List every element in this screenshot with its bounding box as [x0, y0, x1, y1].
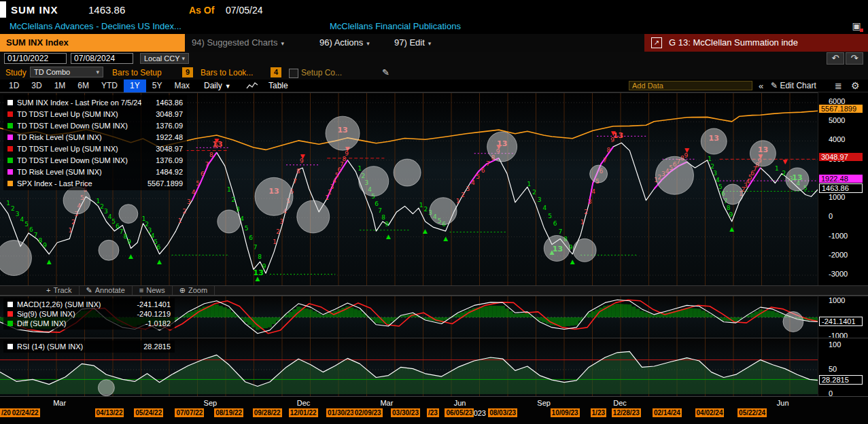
study-controls: Study TD Combo▾ Bars to Setup 9 Bars to … — [0, 66, 868, 80]
legend-item[interactable]: TD TDST Level Up (SUM INX)3048.97 — [7, 143, 183, 154]
chevron-down-icon: ▾ — [96, 67, 99, 77]
legend-item[interactable]: MACD(12,26) (SUM INX)-241.1401 — [7, 300, 171, 309]
legend-swatch — [7, 169, 13, 175]
toolbar-track-button[interactable]: +Track — [39, 286, 80, 295]
screen-grab-icon[interactable]: ▣ — [850, 20, 863, 31]
svg-text:5: 5 — [245, 225, 249, 232]
svg-text:7: 7 — [205, 161, 209, 168]
svg-text:▲: ▲ — [157, 258, 162, 265]
date-to-field[interactable] — [71, 53, 133, 64]
svg-text:6: 6 — [157, 244, 161, 251]
undo-button[interactable]: ↶ — [827, 52, 844, 65]
svg-text:8: 8 — [296, 168, 300, 175]
svg-text:1: 1 — [6, 200, 10, 207]
tab-3d[interactable]: 3D — [25, 80, 48, 92]
tab-6m[interactable]: 6M — [71, 80, 95, 92]
frequency-select[interactable]: Daily▼ — [204, 80, 231, 93]
svg-text:1: 1 — [527, 181, 531, 188]
macd-y-axis: 1000-1000-241.1401 — [818, 296, 868, 338]
x-axis-date-chip: /23 — [427, 408, 439, 417]
svg-text:8: 8 — [727, 205, 731, 211]
svg-text:2: 2 — [276, 228, 280, 235]
legend-swatch — [7, 111, 13, 117]
legend-item[interactable]: Sig(9) (SUM INX)-240.1219 — [7, 309, 171, 319]
menu-edit[interactable]: 97) Edit▾ — [394, 34, 431, 52]
bars-to-setup-field[interactable]: 9 — [182, 67, 193, 77]
last-value-chip: 28.2815 — [819, 375, 863, 385]
svg-text:2: 2 — [182, 208, 186, 215]
svg-text:2: 2 — [782, 170, 786, 177]
edit-chart-button[interactable]: ✎ Edit Chart — [771, 80, 816, 92]
legend-item[interactable]: SPX Index - Last Price5567.1899 — [7, 177, 183, 189]
line-chart-icon[interactable] — [246, 82, 258, 90]
svg-text:3: 3 — [588, 198, 592, 205]
legend-item[interactable]: SUM INX Index - Last Price on 7/5/241463… — [7, 96, 183, 108]
tab-1d[interactable]: 1D — [3, 80, 25, 92]
legend-item[interactable]: TD TDST Level Up (SUM INX)3048.97 — [7, 108, 183, 120]
tab-max[interactable]: Max — [168, 80, 196, 92]
date-from-field[interactable] — [4, 53, 67, 64]
menu-actions[interactable]: 96) Actions▾ — [319, 34, 370, 52]
gear-icon[interactable]: ⚙ — [851, 80, 860, 92]
svg-text:8: 8 — [258, 253, 262, 260]
svg-text:7: 7 — [486, 160, 490, 167]
svg-text:2: 2 — [584, 209, 588, 215]
setup-checkbox[interactable] — [289, 69, 298, 78]
security-title[interactable]: SUM INX Index — [0, 34, 185, 52]
macd-legend: MACD(12,26) (SUM INX)-241.1401Sig(9) (SU… — [3, 298, 175, 330]
sliders-icon[interactable]: ≣ — [835, 80, 842, 92]
svg-text:7: 7 — [603, 157, 607, 164]
study-select[interactable]: TD Combo▾ — [30, 67, 103, 77]
as-of-label: As Of — [189, 5, 214, 16]
legend-swatch — [7, 311, 13, 317]
cursor-block — [0, 1, 6, 18]
publisher-name: McClellans Financial Publications — [330, 21, 461, 31]
redo-button[interactable]: ↷ — [846, 52, 863, 65]
collapse-icon[interactable]: « — [759, 80, 763, 92]
svg-text:1: 1 — [775, 165, 779, 172]
legend-item[interactable]: TD Risk Level (SUM INX)1922.48 — [7, 131, 183, 143]
svg-text:7: 7 — [378, 207, 382, 214]
bars-to-look-label: Bars to Look... — [201, 68, 253, 77]
svg-text:3: 3 — [187, 198, 191, 205]
add-data-input[interactable] — [629, 81, 752, 90]
toolbar-annotate-button[interactable]: ✎Annotate — [80, 286, 133, 295]
legend-swatch — [7, 344, 13, 349]
svg-text:▲: ▲ — [255, 275, 260, 282]
svg-text:▲: ▲ — [570, 258, 575, 265]
tab-5y[interactable]: 5Y — [146, 80, 169, 92]
svg-text:8: 8 — [39, 237, 43, 244]
pencil-icon: ✎ — [771, 81, 778, 90]
function-title-bar: SUM INX Index 94) Suggested Charts▾ 96) … — [0, 34, 868, 52]
toolbar-zoom-button[interactable]: ⊕Zoom — [173, 286, 215, 295]
rsi-legend: RSI (14) (SUM INX)28.2815 — [3, 340, 175, 353]
legend-item[interactable]: TD TDST Level Down (SUM INX)1376.09 — [7, 120, 183, 131]
svg-text:1: 1 — [227, 186, 231, 193]
tab-1y[interactable]: 1Y — [124, 80, 146, 92]
legend-item[interactable]: RSI (14) (SUM INX)28.2815 — [7, 342, 171, 351]
svg-text:3: 3 — [279, 218, 283, 225]
svg-text:9: 9 — [729, 211, 733, 218]
export-icon[interactable]: ↗ — [651, 37, 662, 48]
svg-text:6: 6 — [375, 200, 379, 207]
currency-select[interactable]: Local CCY▾ — [140, 53, 189, 64]
svg-text:5: 5 — [196, 180, 200, 187]
legend-item[interactable]: TD Risk Level (SUM INX)1484.92 — [7, 166, 183, 177]
svg-text:▼: ▼ — [214, 137, 219, 144]
chevron-down-icon: ▼ — [225, 83, 231, 90]
table-button[interactable]: Table — [268, 80, 288, 92]
tab-1m[interactable]: 1M — [48, 80, 72, 92]
legend-item[interactable]: Diff (SUM INX)-1.0182 — [7, 319, 171, 328]
toolbar-news-button[interactable]: ≡News — [133, 286, 173, 295]
svg-text:7: 7 — [293, 178, 297, 185]
x-axis-date-chip: 09/28/22 — [253, 408, 282, 417]
svg-text:5: 5 — [476, 173, 480, 180]
pencil-icon[interactable]: ✎ — [382, 67, 389, 77]
menu-suggested-charts[interactable]: 94) Suggested Charts▾ — [192, 34, 284, 52]
y-axis-label: 4000 — [829, 135, 845, 143]
legend-item[interactable]: TD TDST Level Down (SUM INX)1376.09 — [7, 154, 183, 166]
svg-text:3: 3 — [16, 211, 20, 217]
tab-ytd[interactable]: YTD — [95, 80, 124, 92]
top-status-bar: SUM INX 1463.86 As Of 07/05/24 — [0, 0, 868, 19]
bars-to-look-field[interactable]: 4 — [271, 67, 281, 77]
